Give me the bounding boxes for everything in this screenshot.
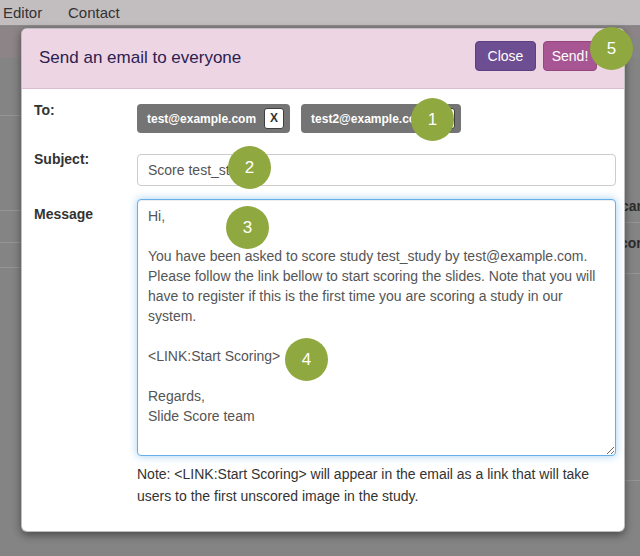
annotation-badge-4: 4 (285, 338, 328, 381)
top-navbar: Editor Contact (0, 0, 640, 26)
message-textarea[interactable]: Hi, You have been asked to score study t… (137, 199, 616, 456)
nav-item-contact[interactable]: Contact (68, 4, 120, 21)
modal-header: Send an email to everyone Close Send! (22, 29, 624, 89)
annotation-badge-3: 3 (226, 206, 269, 249)
close-button[interactable]: Close (475, 41, 536, 71)
send-email-modal: Send an email to everyone Close Send! To… (21, 28, 625, 532)
background-table-row-divider (0, 242, 21, 243)
recipient-chip: test@example.com X (137, 104, 290, 133)
recipient-email: test@example.com (147, 112, 256, 126)
modal-title: Send an email to everyone (39, 48, 241, 68)
annotation-badge-5: 5 (590, 27, 633, 70)
annotation-badge-2: 2 (228, 146, 271, 189)
background-table-row-divider (623, 273, 640, 274)
annotation-badge-1: 1 (411, 98, 454, 141)
message-label: Message (34, 206, 93, 222)
background-table-row-divider (0, 267, 21, 268)
subject-input[interactable] (137, 154, 616, 186)
background-table-row-divider (623, 222, 640, 223)
nav-item-editor[interactable]: Editor (3, 4, 42, 21)
background-table-row-divider (0, 210, 21, 211)
subject-label: Subject: (34, 151, 89, 167)
note-text: Note: <LINK:Start Scoring> will appear i… (137, 463, 618, 507)
background-table-row-divider (0, 115, 21, 116)
to-label: To: (34, 102, 55, 118)
background-table-row-divider (623, 480, 640, 481)
remove-recipient-button[interactable]: X (264, 108, 284, 129)
recipient-email: test2@example.com (311, 112, 427, 126)
send-button[interactable]: Send! (543, 41, 597, 71)
